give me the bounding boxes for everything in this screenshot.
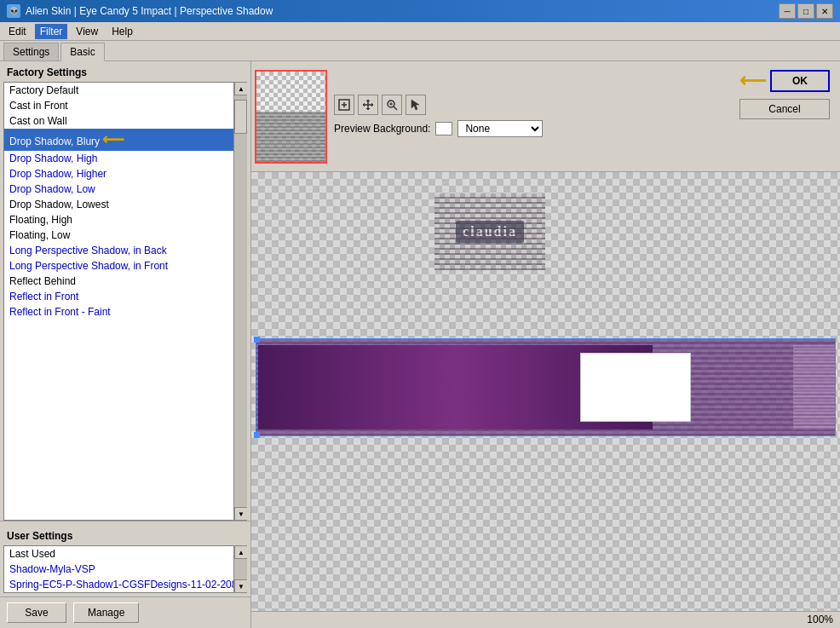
ok-arrow-icon: ⟵ [739,70,767,92]
user-scrollbar-up-button[interactable]: ▲ [234,545,247,559]
list-item-drop-shadow-high[interactable]: Drop Shadow, High [4,151,233,166]
zoom-level: 100% [807,614,833,626]
shadow-preview-area [251,338,840,436]
minimize-button[interactable]: ─ [779,3,796,19]
preview-bg-row: Preview Background: None [334,118,543,139]
preview-stripe-overlay [434,193,545,270]
pan-button[interactable] [358,95,378,115]
scrollbar-up-button[interactable]: ▲ [234,82,247,95]
checkerboard-background: claudia [251,172,840,611]
menu-edit[interactable]: Edit [3,24,32,39]
main-content: Factory Settings Factory Default Cast in… [0,61,840,628]
factory-settings-list: Factory Default Cast in Front Cast on Wa… [3,82,233,521]
factory-settings-list-wrapper: Factory Default Cast in Front Cast on Wa… [3,82,247,521]
selection-border [256,338,836,436]
menu-view[interactable]: View [71,24,103,39]
maximize-button[interactable]: □ [797,3,814,19]
user-scrollbar-track[interactable] [234,559,247,579]
list-item-long-perspective-back[interactable]: Long Perspective Shadow, in Back [4,243,233,258]
list-item-last-used[interactable]: Last Used [4,546,233,562]
menu-filter[interactable]: Filter [35,24,68,39]
tabs-bar: Settings Basic [0,41,840,61]
status-bar: 100% [251,611,840,628]
ok-cancel-area: ⟵ OK Cancel [739,63,837,119]
list-item-factory-default[interactable]: Factory Default [4,83,233,98]
preview-toolbar: Preview Background: None [331,91,546,142]
menu-help[interactable]: Help [106,24,138,39]
list-item-reflect-in-front[interactable]: Reflect in Front [4,289,233,304]
scrollbar-down-button[interactable]: ▼ [234,507,247,521]
app-icon: 👽 [7,4,20,18]
ok-button[interactable]: OK [770,70,830,92]
svg-line-4 [394,107,397,110]
toolbar-icons [334,95,543,115]
bottom-buttons: Save Manage [0,596,250,628]
factory-settings-header: Factory Settings [0,61,250,82]
pan-icon [361,98,375,112]
list-item-long-perspective-front[interactable]: Long Perspective Shadow, in Front [4,258,233,274]
user-list-scrollbar[interactable]: ▲ ▼ [233,545,247,593]
list-item-reflect-in-front-faint[interactable]: Reflect in Front - Faint [4,304,233,320]
title-bar: 👽 Alien Skin | Eye Candy 5 Impact | Pers… [0,0,840,22]
tab-basic[interactable]: Basic [60,43,104,61]
menu-bar: Edit Filter View Help [0,22,840,41]
preview-header: Preview Background: None ⟵ OK Cancel [251,61,840,172]
pointer-button[interactable] [406,95,426,115]
pointer-icon [409,98,423,112]
list-item-cast-on-wall[interactable]: Cast on Wall [4,113,233,129]
zoom-button[interactable] [382,95,402,115]
list-item-drop-shadow-low[interactable]: Drop Shadow, Low [4,181,233,197]
close-button[interactable]: ✕ [816,3,833,19]
tab-settings[interactable]: Settings [3,43,59,60]
title-text: Alien Skin | Eye Candy 5 Impact | Perspe… [26,5,273,17]
thumbnail-area [255,70,327,164]
preview-bg-color-swatch[interactable] [435,122,452,135]
list-item-floating-high[interactable]: Floating, High [4,212,233,228]
list-item-floating-low[interactable]: Floating, Low [4,228,233,243]
handle-bl [254,432,260,438]
preview-image-checkerboard: claudia [434,193,545,270]
left-panel: Factory Settings Factory Default Cast in… [0,61,251,628]
list-item-shadow-myla[interactable]: Shadow-Myla-VSP [4,562,233,577]
list-item-drop-shadow-blury[interactable]: Drop Shadow, Blury ⟵ [4,129,233,151]
handle-tl [254,337,260,343]
zoom-icon [385,98,399,112]
user-settings-list: Last Used Shadow-Myla-VSP Spring-EC5-P-S… [3,545,233,593]
user-settings-header: User Settings [0,525,250,545]
selection-arrow-icon: ⟵ [102,131,124,148]
preview-bg-select[interactable]: None [457,120,543,137]
list-item-reflect-behind[interactable]: Reflect Behind [4,274,233,289]
list-item-drop-shadow-higher[interactable]: Drop Shadow, Higher [4,166,233,181]
manage-button[interactable]: Manage [73,602,139,623]
list-item-cast-in-front[interactable]: Cast in Front [4,98,233,113]
scrollbar-thumb[interactable] [234,100,247,134]
right-panel: Preview Background: None ⟵ OK Cancel [251,61,840,628]
save-button[interactable]: Save [7,602,66,623]
list-item-spring-shadow[interactable]: Spring-EC5-P-Shadow1-CGSFDesigns-11-02-2… [4,577,233,592]
user-scrollbar-down-button[interactable]: ▼ [234,579,247,593]
list-item-drop-shadow-lowest[interactable]: Drop Shadow, Lowest [4,197,233,212]
title-bar-left: 👽 Alien Skin | Eye Candy 5 Impact | Pers… [7,4,273,18]
zoom-fit-icon [337,98,351,112]
factory-settings-container: Factory Settings Factory Default Cast in… [0,61,250,521]
factory-list-scrollbar[interactable]: ▲ ▼ [233,82,247,521]
cancel-button[interactable]: Cancel [739,99,830,119]
preview-main: claudia [251,172,840,611]
user-settings-section: User Settings Last Used Shadow-Myla-VSP … [0,521,250,596]
zoom-fit-button[interactable] [334,95,354,115]
window-controls[interactable]: ─ □ ✕ [779,3,833,19]
user-settings-list-wrapper: Last Used Shadow-Myla-VSP Spring-EC5-P-S… [3,545,247,593]
scrollbar-track[interactable] [234,95,247,507]
preview-bg-label: Preview Background: [334,123,430,135]
